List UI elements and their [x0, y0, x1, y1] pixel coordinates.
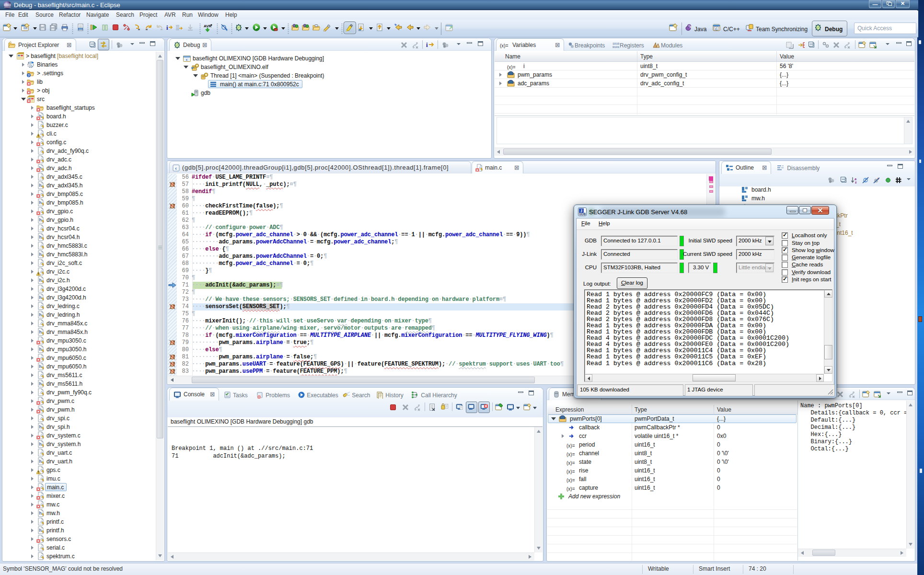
- svg-text:GDB: GDB: [579, 212, 586, 216]
- svg-text:010: 010: [79, 28, 82, 31]
- svg-text:c: c: [175, 166, 177, 171]
- svg-text:AVR: AVR: [204, 24, 212, 28]
- svg-text:J: J: [689, 25, 691, 29]
- svg-text:i: i: [426, 41, 428, 48]
- svg-text:C: C: [715, 27, 717, 31]
- svg-text:0101: 0101: [612, 46, 620, 49]
- svg-text:z: z: [855, 180, 857, 184]
- svg-text:i: i: [166, 24, 168, 31]
- svg-text:1010: 1010: [612, 42, 620, 46]
